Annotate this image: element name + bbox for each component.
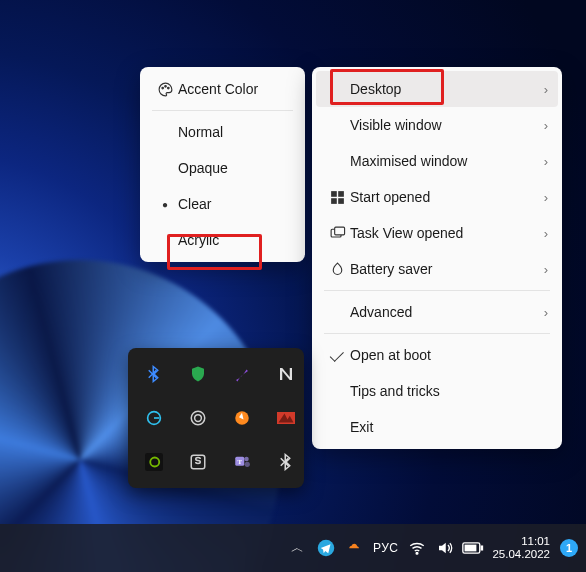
task-view-icon <box>324 225 350 242</box>
menu-item-task-view-opened[interactable]: Task View opened › <box>316 215 558 251</box>
checkmark-icon <box>324 352 350 359</box>
svg-rect-25 <box>465 545 477 552</box>
menu-item-desktop[interactable]: Desktop › <box>316 71 558 107</box>
svg-rect-14 <box>145 453 163 471</box>
chevron-right-icon: › <box>534 190 548 205</box>
submenu-item-acrylic[interactable]: Acrylic <box>144 222 301 258</box>
svg-point-0 <box>161 87 163 89</box>
svg-rect-24 <box>481 545 484 550</box>
svg-rect-4 <box>338 191 344 197</box>
submenu-item-normal[interactable]: Normal <box>144 114 301 150</box>
app-s-icon[interactable] <box>180 444 216 480</box>
svg-rect-8 <box>334 227 344 235</box>
chevron-right-icon: › <box>534 262 548 277</box>
cloudflare-icon[interactable] <box>343 537 365 559</box>
taskbar-time: 11:01 <box>492 535 550 548</box>
svg-rect-6 <box>338 198 344 204</box>
start-icon <box>324 189 350 206</box>
context-menu-main: Desktop › Visible window › Maximised win… <box>312 67 562 449</box>
menu-separator <box>324 290 550 291</box>
submenu-item-opaque[interactable]: Opaque <box>144 150 301 186</box>
svg-point-22 <box>417 552 419 554</box>
menu-item-open-at-boot[interactable]: Open at boot <box>316 337 558 373</box>
app-b-icon[interactable] <box>268 444 304 480</box>
logitech-icon[interactable] <box>136 400 172 436</box>
bluetooth-icon[interactable] <box>136 356 172 392</box>
telegram-icon[interactable] <box>315 537 337 559</box>
volume-icon[interactable] <box>434 537 456 559</box>
svg-rect-3 <box>331 191 337 197</box>
svg-rect-5 <box>331 198 337 204</box>
submenu-accent-color: Accent Color Normal Opaque ● Clear Acryl… <box>140 67 305 262</box>
menu-item-visible-window[interactable]: Visible window › <box>316 107 558 143</box>
bullet-icon: ● <box>152 199 178 210</box>
svg-text:T: T <box>237 458 242 465</box>
wifi-icon[interactable] <box>406 537 428 559</box>
menu-item-maximised-window[interactable]: Maximised window › <box>316 143 558 179</box>
chevron-right-icon: › <box>534 305 548 320</box>
svg-point-10 <box>191 411 205 425</box>
chevron-right-icon: › <box>534 82 548 97</box>
palette-icon <box>152 81 178 98</box>
menu-separator <box>324 333 550 334</box>
systray-overflow-flyout: T <box>128 348 304 488</box>
chevron-right-icon: › <box>534 154 548 169</box>
teams-icon[interactable]: T <box>224 444 260 480</box>
taskbar: ︿ РУС 11:01 25.04.2022 1 <box>0 524 586 572</box>
menu-item-exit[interactable]: Exit <box>316 409 558 445</box>
systray-chevron-up-icon[interactable]: ︿ <box>287 537 309 559</box>
menu-item-start-opened[interactable]: Start opened › <box>316 179 558 215</box>
security-icon[interactable] <box>180 356 216 392</box>
nvidia-icon[interactable] <box>136 444 172 480</box>
app-orange-icon[interactable] <box>224 400 260 436</box>
svg-point-1 <box>164 85 166 87</box>
svg-point-11 <box>195 415 202 422</box>
menu-separator <box>152 110 293 111</box>
svg-point-20 <box>245 462 250 467</box>
battery-saver-icon <box>324 261 350 278</box>
submenu-header-label: Accent Color <box>178 81 291 97</box>
svg-point-2 <box>167 87 169 89</box>
taskbar-clock[interactable]: 11:01 25.04.2022 <box>490 535 552 561</box>
submenu-item-clear[interactable]: ● Clear <box>144 186 301 222</box>
steelseries-icon[interactable] <box>180 400 216 436</box>
submenu-header-accent-color: Accent Color <box>144 71 301 107</box>
taskbar-language[interactable]: РУС <box>371 541 401 555</box>
taskbar-date: 25.04.2022 <box>492 548 550 561</box>
menu-item-tips-and-tricks[interactable]: Tips and tricks <box>316 373 558 409</box>
pen-icon[interactable] <box>224 356 260 392</box>
menu-item-advanced[interactable]: Advanced › <box>316 294 558 330</box>
battery-icon[interactable] <box>462 537 484 559</box>
svg-point-19 <box>244 457 249 462</box>
app-red-icon[interactable] <box>268 400 304 436</box>
notification-badge[interactable]: 1 <box>560 539 578 557</box>
app-n-icon[interactable] <box>268 356 304 392</box>
chevron-right-icon: › <box>534 226 548 241</box>
chevron-right-icon: › <box>534 118 548 133</box>
menu-item-battery-saver[interactable]: Battery saver › <box>316 251 558 287</box>
